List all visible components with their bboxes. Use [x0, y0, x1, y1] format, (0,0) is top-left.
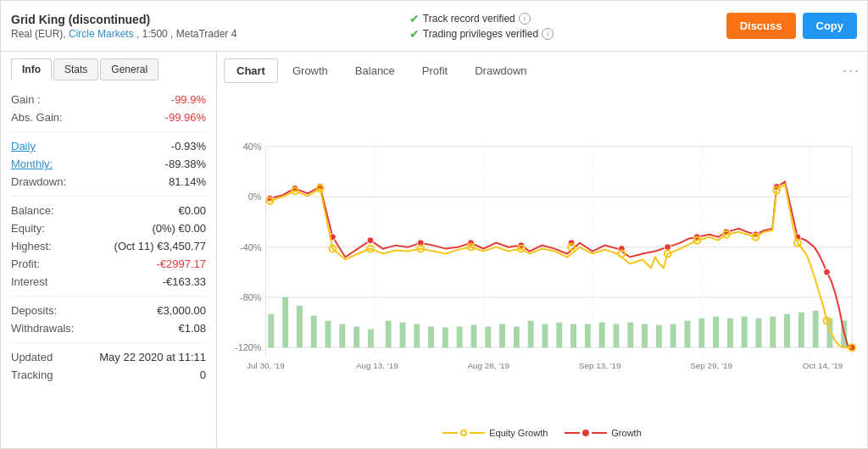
legend-equity-line [442, 432, 458, 434]
daily-label[interactable]: Daily [11, 140, 36, 152]
svg-rect-26 [311, 316, 317, 348]
legend-growth-line [565, 432, 580, 434]
svg-rect-56 [742, 317, 748, 348]
balance-label: Balance: [11, 204, 54, 217]
tab-chart[interactable]: Chart [224, 58, 278, 83]
interest-row: Interest -€163.33 [11, 273, 206, 291]
drawdown-row: Drawdown: 81.14% [11, 173, 206, 191]
monthly-label[interactable]: Monthly: [11, 158, 53, 170]
divider-4 [11, 342, 206, 343]
drawdown-label: Drawdown: [11, 175, 66, 188]
tracking-label: Tracking [11, 369, 53, 381]
trading-privileges-verified: ✔ Trading privileges verified i [409, 27, 554, 41]
discuss-button[interactable]: Discuss [726, 13, 796, 39]
divider-1 [11, 131, 206, 132]
svg-text:Sep 13, '19: Sep 13, '19 [579, 361, 621, 370]
balance-row: Balance: €0.00 [11, 202, 206, 219]
highest-label: Highest: [11, 240, 52, 252]
svg-point-68 [367, 237, 374, 244]
svg-rect-33 [414, 324, 420, 348]
legend-equity-dot [460, 430, 467, 436]
tab-growth[interactable]: Growth [280, 58, 341, 83]
tab-info[interactable]: Info [11, 58, 52, 80]
tab-stats[interactable]: Stats [53, 58, 98, 80]
svg-rect-38 [485, 326, 491, 347]
svg-text:-40%: -40% [240, 242, 262, 252]
trading-privileges-info-icon[interactable]: i [542, 28, 554, 40]
svg-rect-29 [353, 326, 359, 347]
highest-value: (Oct 11) €3,450.77 [114, 240, 206, 252]
chart-svg: 40% 0% -40% -80% -120% Jul 30, '19 Aug 1… [224, 86, 860, 424]
equity-row: Equity: (0%) €0.00 [11, 219, 206, 237]
chart-more-button[interactable]: ··· [843, 62, 860, 80]
updated-label: Updated [11, 351, 53, 363]
profit-value: -€2997.17 [156, 258, 206, 270]
copy-button[interactable]: Copy [803, 13, 858, 39]
gain-row: Gain : -99.9% [11, 91, 206, 108]
interest-value: -€163.33 [163, 275, 206, 288]
header-buttons: Discuss Copy [726, 13, 857, 39]
svg-rect-51 [670, 324, 676, 348]
svg-rect-39 [499, 324, 505, 348]
legend-growth: Growth [565, 428, 641, 438]
deposits-value: €3,000.00 [157, 304, 206, 317]
svg-text:40%: 40% [243, 141, 262, 152]
gain-label: Gain : [11, 93, 41, 106]
balance-value: €0.00 [178, 204, 206, 217]
track-record-info-icon[interactable]: i [519, 13, 531, 25]
deposits-row: Deposits: €3,000.00 [11, 302, 206, 319]
abs-gain-value: -99.96% [165, 111, 206, 124]
header: Grid King (discontinued) Real (EUR), Cir… [1, 1, 867, 52]
svg-rect-44 [570, 324, 576, 348]
svg-rect-54 [713, 317, 719, 348]
svg-rect-40 [514, 326, 520, 347]
chart-legend: Equity Growth Growth [224, 424, 860, 441]
tab-balance[interactable]: Balance [342, 58, 408, 83]
svg-rect-34 [428, 326, 434, 347]
svg-rect-48 [627, 323, 633, 348]
svg-rect-31 [386, 321, 392, 348]
gain-value: -99.9% [171, 93, 206, 106]
svg-rect-58 [770, 317, 776, 348]
svg-rect-43 [556, 323, 562, 348]
svg-text:Oct 14, '19: Oct 14, '19 [803, 361, 843, 370]
divider-3 [11, 296, 206, 297]
svg-rect-61 [813, 311, 819, 347]
legend-growth-label: Growth [611, 428, 641, 438]
svg-rect-42 [542, 324, 548, 348]
tab-profit[interactable]: Profit [409, 58, 460, 83]
equity-label: Equity: [11, 222, 45, 235]
broker-link[interactable]: Circle Markets [69, 28, 134, 40]
svg-rect-57 [755, 319, 761, 348]
svg-point-80 [824, 269, 831, 275]
svg-rect-35 [442, 327, 448, 347]
deposits-label: Deposits: [11, 304, 57, 317]
svg-rect-37 [471, 325, 477, 348]
page-title: Grid King (discontinued) [11, 13, 236, 26]
svg-rect-50 [656, 325, 662, 348]
check-icon-2: ✔ [409, 27, 420, 41]
tab-general[interactable]: General [100, 58, 159, 80]
header-subtitle: Real (EUR), Circle Markets , 1:500 , Met… [11, 28, 236, 40]
updated-value: May 22 2020 at 11:11 [99, 351, 206, 363]
highest-row: Highest: (Oct 11) €3,450.77 [11, 237, 206, 255]
svg-rect-55 [727, 319, 733, 348]
drawdown-value: 81.14% [169, 175, 206, 188]
chart-tabs: Chart Growth Balance Profit Drawdown ··· [224, 58, 860, 83]
header-center: ✔ Track record verified i ✔ Trading priv… [409, 12, 554, 41]
svg-point-74 [665, 244, 671, 251]
svg-rect-46 [599, 323, 605, 348]
svg-rect-24 [282, 297, 288, 347]
abs-gain-row: Abs. Gain: -99.96% [11, 108, 206, 126]
updated-row: Updated May 22 2020 at 11:11 [11, 348, 206, 366]
monthly-value: -89.38% [165, 158, 206, 170]
svg-text:Aug 28, '19: Aug 28, '19 [467, 361, 509, 370]
svg-rect-60 [798, 313, 804, 348]
divider-2 [11, 196, 206, 197]
chart-area: Chart Growth Balance Profit Drawdown ··· [217, 52, 867, 448]
legend-equity-label: Equity Growth [489, 428, 548, 438]
track-record-verified: ✔ Track record verified i [409, 12, 554, 25]
tab-drawdown[interactable]: Drawdown [462, 58, 539, 83]
svg-rect-52 [684, 321, 690, 348]
chart-wrapper: 40% 0% -40% -80% -120% Jul 30, '19 Aug 1… [224, 86, 860, 424]
